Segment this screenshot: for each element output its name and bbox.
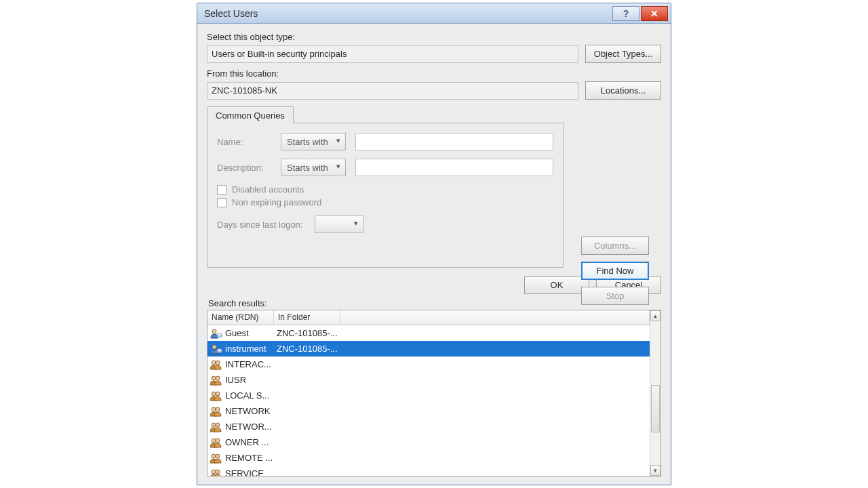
name-input[interactable] [355, 133, 553, 150]
table-row[interactable]: GuestZNC-101085-... [208, 325, 650, 341]
description-match-dropdown[interactable]: Starts with [281, 159, 346, 176]
table-row[interactable]: REMOTE ... [208, 450, 650, 466]
location-field[interactable] [207, 82, 578, 100]
select-users-dialog: Select Users ? ✕ Select this object type… [197, 3, 671, 485]
scroll-down-button[interactable]: ▾ [650, 465, 660, 476]
days-since-logon-label: Days since last logon: [217, 220, 305, 230]
svg-point-19 [216, 454, 220, 458]
svg-point-17 [216, 439, 220, 443]
object-type-field[interactable] [207, 45, 578, 63]
row-name: OWNER ... [225, 437, 269, 447]
svg-point-16 [212, 439, 216, 443]
non-expiring-password-checkbox[interactable]: Non expiring password [217, 197, 553, 207]
disabled-accounts-checkbox[interactable]: Disabled accounts [217, 184, 553, 195]
group-icon [210, 406, 222, 417]
svg-point-9 [216, 376, 220, 380]
user-icon [210, 344, 222, 354]
grid-header[interactable]: Name (RDN) In Folder [208, 310, 650, 325]
table-row[interactable]: OWNER ... [208, 434, 650, 450]
common-queries-group: Common Queries Name: Starts with Descrip… [207, 106, 661, 268]
ok-button[interactable]: OK [524, 276, 589, 294]
col-name-rdn[interactable]: Name (RDN) [208, 310, 274, 325]
row-name: INTERAC... [225, 359, 271, 369]
svg-point-13 [216, 407, 220, 411]
svg-point-8 [212, 376, 216, 380]
location-label: From this location: [207, 68, 661, 79]
svg-point-7 [216, 361, 220, 365]
row-name: IUSR [225, 375, 246, 385]
row-name: instrument [225, 344, 267, 354]
name-label: Name: [217, 137, 271, 147]
svg-point-11 [216, 392, 220, 396]
find-now-button[interactable]: Find Now [581, 262, 649, 280]
group-icon [210, 375, 222, 386]
svg-point-2 [212, 329, 216, 333]
svg-point-4 [212, 345, 216, 349]
svg-point-14 [212, 423, 216, 427]
close-icon: ✕ [650, 8, 658, 19]
help-icon: ? [623, 8, 629, 19]
row-name: Guest [225, 328, 249, 338]
row-folder: ZNC-101085-... [274, 344, 340, 354]
svg-point-6 [212, 361, 216, 365]
row-name: REMOTE ... [225, 453, 273, 463]
vertical-scrollbar[interactable]: ▴ ▾ [650, 310, 660, 476]
help-button[interactable]: ? [612, 6, 639, 21]
svg-point-18 [212, 454, 216, 458]
queries-panel: Name: Starts with Description: Starts wi… [207, 123, 564, 268]
locations-button[interactable]: Locations... [585, 81, 661, 100]
titlebar[interactable]: Select Users ? ✕ [197, 3, 671, 24]
row-name: NETWOR... [225, 422, 272, 432]
table-row[interactable]: IUSR [208, 372, 650, 388]
col-spacer [340, 310, 650, 325]
results-grid[interactable]: Name (RDN) In Folder GuestZNC-101085-...… [207, 310, 661, 476]
group-icon [210, 422, 222, 432]
days-since-logon-dropdown[interactable] [315, 216, 363, 233]
object-type-label: Select this object type: [207, 32, 661, 42]
row-name: NETWORK [225, 406, 270, 416]
name-match-dropdown[interactable]: Starts with [281, 133, 346, 150]
svg-point-20 [212, 470, 216, 474]
group-icon [210, 453, 222, 464]
group-icon [210, 437, 222, 448]
svg-point-12 [212, 407, 216, 411]
checkbox-icon [217, 185, 226, 195]
close-button[interactable]: ✕ [641, 6, 668, 21]
table-row[interactable]: NETWOR... [208, 419, 650, 434]
scroll-thumb[interactable] [651, 385, 660, 432]
row-folder: ZNC-101085-... [274, 328, 340, 338]
table-row[interactable]: SERVICE [208, 466, 650, 476]
svg-point-10 [212, 392, 216, 396]
checkbox-icon [217, 198, 226, 207]
user-icon [210, 328, 222, 339]
group-icon [210, 390, 222, 401]
columns-button[interactable]: Columns... [581, 237, 649, 255]
col-in-folder[interactable]: In Folder [274, 310, 340, 325]
svg-point-21 [216, 470, 220, 474]
table-row[interactable]: INTERAC... [208, 357, 650, 372]
svg-point-15 [216, 423, 220, 427]
description-label: Description: [217, 163, 271, 173]
table-row[interactable]: NETWORK [208, 403, 650, 419]
group-icon [210, 359, 222, 370]
row-name: SERVICE [225, 468, 264, 476]
table-row[interactable]: instrumentZNC-101085-... [208, 341, 650, 357]
tab-common-queries[interactable]: Common Queries [207, 106, 294, 123]
object-types-button[interactable]: Object Types... [585, 45, 661, 63]
description-input[interactable] [355, 159, 553, 176]
table-row[interactable]: LOCAL S... [208, 388, 650, 403]
group-icon [210, 468, 222, 476]
stop-button[interactable]: Stop [581, 287, 649, 305]
scroll-up-button[interactable]: ▴ [650, 310, 660, 321]
row-name: LOCAL S... [225, 390, 269, 401]
window-title: Select Users [204, 8, 611, 19]
